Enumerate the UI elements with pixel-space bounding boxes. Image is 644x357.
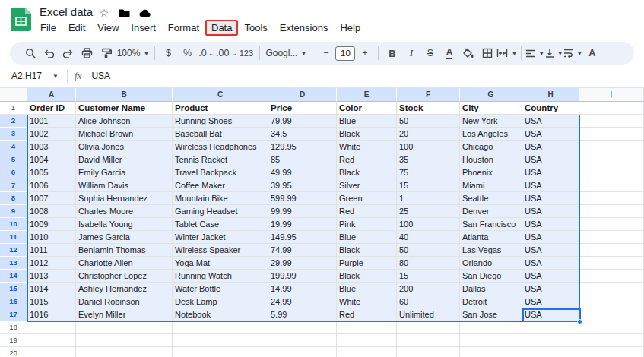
cell-B5[interactable]: David Miller	[76, 153, 173, 166]
cell-D5[interactable]: 85	[268, 153, 337, 166]
merge-cells-button[interactable]: ▼	[496, 43, 517, 63]
paint-format-icon[interactable]	[97, 43, 116, 63]
cell-A4[interactable]: 1003	[27, 141, 76, 153]
column-header-A[interactable]: A	[27, 88, 76, 102]
row-header-8[interactable]: 8	[0, 192, 27, 205]
font-family-select[interactable]: Googl... ▼	[264, 43, 308, 63]
cell-C8[interactable]: Mountain Bike	[173, 192, 268, 205]
cell-E15[interactable]: Blue	[337, 283, 397, 295]
bold-button[interactable]: B	[382, 43, 401, 63]
cell-A18[interactable]	[27, 321, 76, 334]
cell-H5[interactable]: USA	[522, 153, 579, 166]
cell-B2[interactable]: Alice Johnson	[76, 115, 173, 128]
cell-A6[interactable]: 1005	[27, 166, 76, 179]
cell-A17[interactable]: 1016	[27, 308, 76, 321]
cell-C13[interactable]: Yoga Mat	[173, 257, 268, 270]
cell-F10[interactable]: 100	[397, 218, 460, 231]
cell-I5[interactable]	[579, 153, 644, 166]
cell-D8[interactable]: 599.99	[268, 192, 337, 205]
cell-E5[interactable]: Red	[337, 153, 397, 166]
cell-B19[interactable]	[76, 334, 173, 347]
cell-E1[interactable]: Color	[337, 102, 397, 115]
star-icon[interactable]: ☆	[98, 7, 110, 19]
cell-B20[interactable]	[76, 347, 173, 357]
menu-item-format[interactable]: Format	[162, 20, 205, 36]
cell-B18[interactable]	[76, 321, 173, 334]
cell-A11[interactable]: 1010	[27, 231, 76, 244]
text-rotation-button[interactable]: A	[582, 43, 601, 63]
row-header-15[interactable]: 15	[0, 283, 27, 295]
cell-A5[interactable]: 1004	[27, 153, 76, 166]
row-header-2[interactable]: 2	[0, 115, 27, 128]
cell-E6[interactable]: Black	[337, 166, 397, 179]
menu-item-extensions[interactable]: Extensions	[274, 20, 335, 36]
cell-F13[interactable]: 80	[397, 257, 460, 270]
cell-E13[interactable]: Purple	[337, 257, 397, 270]
cell-G3[interactable]: Los Angeles	[460, 128, 522, 141]
row-header-16[interactable]: 16	[0, 295, 27, 308]
row-header-20[interactable]: 20	[0, 347, 27, 357]
cell-H20[interactable]	[522, 347, 579, 357]
cell-D11[interactable]: 149.95	[268, 231, 337, 244]
cell-A8[interactable]: 1007	[27, 192, 76, 205]
select-all-corner[interactable]	[0, 88, 27, 102]
cell-F1[interactable]: Stock	[397, 102, 460, 115]
cell-A3[interactable]: 1002	[27, 128, 76, 141]
cell-H12[interactable]: USA	[522, 244, 579, 257]
cell-C17[interactable]: Notebook	[173, 308, 268, 321]
column-header-D[interactable]: D	[268, 88, 337, 102]
cell-E11[interactable]: Blue	[337, 231, 397, 244]
cell-I9[interactable]	[579, 205, 644, 218]
cell-E8[interactable]: Green	[337, 192, 397, 205]
cell-G5[interactable]: Houston	[460, 153, 522, 166]
cell-I4[interactable]	[579, 141, 644, 153]
zoom-select[interactable]: 100% ▼	[116, 43, 151, 63]
move-to-folder-icon[interactable]	[119, 7, 131, 19]
cell-A14[interactable]: 1013	[27, 270, 76, 283]
cell-G4[interactable]: Chicago	[460, 141, 522, 153]
increase-font-size-button[interactable]: +	[355, 43, 374, 63]
cell-H11[interactable]: USA	[522, 231, 579, 244]
cell-D7[interactable]: 39.95	[268, 179, 337, 192]
cell-B6[interactable]: Emily Garcia	[76, 166, 173, 179]
row-header-9[interactable]: 9	[0, 205, 27, 218]
redo-icon[interactable]	[59, 43, 78, 63]
cell-C9[interactable]: Gaming Headset	[173, 205, 268, 218]
cell-H9[interactable]: USA	[522, 205, 579, 218]
cell-G14[interactable]: San Diego	[460, 270, 522, 283]
menu-item-insert[interactable]: Insert	[125, 20, 162, 36]
cell-B13[interactable]: Charlotte Allen	[76, 257, 173, 270]
row-header-7[interactable]: 7	[0, 179, 27, 192]
cell-C15[interactable]: Water Bottle	[173, 283, 268, 295]
row-header-10[interactable]: 10	[0, 218, 27, 231]
cell-I8[interactable]	[579, 192, 644, 205]
column-header-C[interactable]: C	[173, 88, 268, 102]
cell-H4[interactable]: USA	[522, 141, 579, 153]
cell-E3[interactable]: Black	[337, 128, 397, 141]
cell-A1[interactable]: Order ID	[27, 102, 76, 115]
row-header-11[interactable]: 11	[0, 231, 27, 244]
cell-E4[interactable]: White	[337, 141, 397, 153]
cell-F18[interactable]	[397, 321, 460, 334]
cell-A15[interactable]: 1014	[27, 283, 76, 295]
cell-D20[interactable]	[268, 347, 337, 357]
font-size-input[interactable]: 10	[335, 46, 355, 61]
menu-item-edit[interactable]: Edit	[62, 20, 91, 36]
cell-H2[interactable]: USA	[522, 115, 579, 128]
cell-I20[interactable]	[579, 347, 644, 357]
cell-H13[interactable]: USA	[522, 257, 579, 270]
cell-B11[interactable]: James Garcia	[76, 231, 173, 244]
cell-F11[interactable]: 40	[397, 231, 460, 244]
row-header-17[interactable]: 17	[0, 308, 27, 321]
cell-D16[interactable]: 24.99	[268, 295, 337, 308]
row-header-4[interactable]: 4	[0, 141, 27, 153]
cell-B7[interactable]: William Davis	[76, 179, 173, 192]
borders-icon[interactable]	[477, 43, 496, 63]
cell-H3[interactable]: USA	[522, 128, 579, 141]
cell-H15[interactable]: USA	[522, 283, 579, 295]
cell-I17[interactable]	[579, 308, 644, 321]
cell-F12[interactable]: 50	[397, 244, 460, 257]
cell-H10[interactable]: USA	[522, 218, 579, 231]
cloud-status-icon[interactable]	[139, 7, 151, 19]
column-header-H[interactable]: H	[522, 88, 579, 102]
